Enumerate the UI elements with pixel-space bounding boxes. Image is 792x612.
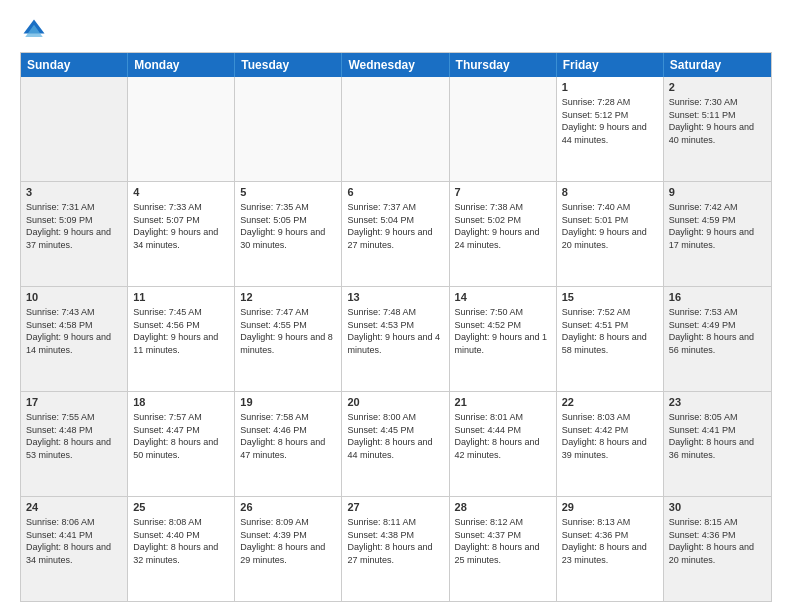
cal-cell-r2-c4: 14Sunrise: 7:50 AM Sunset: 4:52 PM Dayli…: [450, 287, 557, 391]
cal-cell-r0-c4: [450, 77, 557, 181]
day-number: 11: [133, 290, 229, 305]
day-number: 26: [240, 500, 336, 515]
day-number: 25: [133, 500, 229, 515]
cal-cell-r2-c1: 11Sunrise: 7:45 AM Sunset: 4:56 PM Dayli…: [128, 287, 235, 391]
day-info: Sunrise: 8:09 AM Sunset: 4:39 PM Dayligh…: [240, 517, 325, 565]
cal-cell-r4-c4: 28Sunrise: 8:12 AM Sunset: 4:37 PM Dayli…: [450, 497, 557, 601]
calendar-row-4: 24Sunrise: 8:06 AM Sunset: 4:41 PM Dayli…: [21, 496, 771, 601]
day-info: Sunrise: 7:37 AM Sunset: 5:04 PM Dayligh…: [347, 202, 432, 250]
cal-cell-r1-c0: 3Sunrise: 7:31 AM Sunset: 5:09 PM Daylig…: [21, 182, 128, 286]
day-info: Sunrise: 7:43 AM Sunset: 4:58 PM Dayligh…: [26, 307, 111, 355]
day-number: 8: [562, 185, 658, 200]
cal-cell-r2-c6: 16Sunrise: 7:53 AM Sunset: 4:49 PM Dayli…: [664, 287, 771, 391]
day-number: 4: [133, 185, 229, 200]
day-info: Sunrise: 7:55 AM Sunset: 4:48 PM Dayligh…: [26, 412, 111, 460]
day-number: 27: [347, 500, 443, 515]
day-number: 1: [562, 80, 658, 95]
day-number: 20: [347, 395, 443, 410]
day-info: Sunrise: 7:30 AM Sunset: 5:11 PM Dayligh…: [669, 97, 754, 145]
day-number: 13: [347, 290, 443, 305]
day-info: Sunrise: 8:06 AM Sunset: 4:41 PM Dayligh…: [26, 517, 111, 565]
day-info: Sunrise: 8:05 AM Sunset: 4:41 PM Dayligh…: [669, 412, 754, 460]
day-info: Sunrise: 7:42 AM Sunset: 4:59 PM Dayligh…: [669, 202, 754, 250]
cal-cell-r2-c0: 10Sunrise: 7:43 AM Sunset: 4:58 PM Dayli…: [21, 287, 128, 391]
day-info: Sunrise: 8:08 AM Sunset: 4:40 PM Dayligh…: [133, 517, 218, 565]
day-info: Sunrise: 8:03 AM Sunset: 4:42 PM Dayligh…: [562, 412, 647, 460]
day-number: 6: [347, 185, 443, 200]
cal-cell-r1-c2: 5Sunrise: 7:35 AM Sunset: 5:05 PM Daylig…: [235, 182, 342, 286]
cal-cell-r0-c0: [21, 77, 128, 181]
cal-cell-r3-c0: 17Sunrise: 7:55 AM Sunset: 4:48 PM Dayli…: [21, 392, 128, 496]
day-info: Sunrise: 7:53 AM Sunset: 4:49 PM Dayligh…: [669, 307, 754, 355]
cal-cell-r2-c5: 15Sunrise: 7:52 AM Sunset: 4:51 PM Dayli…: [557, 287, 664, 391]
cal-cell-r0-c1: [128, 77, 235, 181]
day-number: 28: [455, 500, 551, 515]
cal-cell-r1-c5: 8Sunrise: 7:40 AM Sunset: 5:01 PM Daylig…: [557, 182, 664, 286]
header-cell-wednesday: Wednesday: [342, 53, 449, 77]
day-info: Sunrise: 8:12 AM Sunset: 4:37 PM Dayligh…: [455, 517, 540, 565]
header-cell-sunday: Sunday: [21, 53, 128, 77]
calendar-body: 1Sunrise: 7:28 AM Sunset: 5:12 PM Daylig…: [21, 77, 771, 601]
day-number: 30: [669, 500, 766, 515]
day-info: Sunrise: 8:01 AM Sunset: 4:44 PM Dayligh…: [455, 412, 540, 460]
calendar-header: SundayMondayTuesdayWednesdayThursdayFrid…: [21, 53, 771, 77]
day-info: Sunrise: 7:52 AM Sunset: 4:51 PM Dayligh…: [562, 307, 647, 355]
cal-cell-r3-c2: 19Sunrise: 7:58 AM Sunset: 4:46 PM Dayli…: [235, 392, 342, 496]
day-info: Sunrise: 7:57 AM Sunset: 4:47 PM Dayligh…: [133, 412, 218, 460]
day-number: 2: [669, 80, 766, 95]
cal-cell-r1-c4: 7Sunrise: 7:38 AM Sunset: 5:02 PM Daylig…: [450, 182, 557, 286]
cal-cell-r2-c2: 12Sunrise: 7:47 AM Sunset: 4:55 PM Dayli…: [235, 287, 342, 391]
calendar-row-3: 17Sunrise: 7:55 AM Sunset: 4:48 PM Dayli…: [21, 391, 771, 496]
cal-cell-r1-c3: 6Sunrise: 7:37 AM Sunset: 5:04 PM Daylig…: [342, 182, 449, 286]
day-number: 21: [455, 395, 551, 410]
day-info: Sunrise: 7:28 AM Sunset: 5:12 PM Dayligh…: [562, 97, 647, 145]
page: SundayMondayTuesdayWednesdayThursdayFrid…: [0, 0, 792, 612]
day-number: 16: [669, 290, 766, 305]
logo: [20, 16, 52, 44]
day-info: Sunrise: 8:00 AM Sunset: 4:45 PM Dayligh…: [347, 412, 432, 460]
day-number: 24: [26, 500, 122, 515]
day-info: Sunrise: 7:45 AM Sunset: 4:56 PM Dayligh…: [133, 307, 218, 355]
calendar-row-0: 1Sunrise: 7:28 AM Sunset: 5:12 PM Daylig…: [21, 77, 771, 181]
day-info: Sunrise: 7:50 AM Sunset: 4:52 PM Dayligh…: [455, 307, 548, 355]
cal-cell-r4-c1: 25Sunrise: 8:08 AM Sunset: 4:40 PM Dayli…: [128, 497, 235, 601]
day-number: 23: [669, 395, 766, 410]
cal-cell-r4-c2: 26Sunrise: 8:09 AM Sunset: 4:39 PM Dayli…: [235, 497, 342, 601]
day-info: Sunrise: 7:47 AM Sunset: 4:55 PM Dayligh…: [240, 307, 333, 355]
day-number: 18: [133, 395, 229, 410]
day-info: Sunrise: 7:40 AM Sunset: 5:01 PM Dayligh…: [562, 202, 647, 250]
day-number: 22: [562, 395, 658, 410]
day-info: Sunrise: 8:13 AM Sunset: 4:36 PM Dayligh…: [562, 517, 647, 565]
cal-cell-r1-c6: 9Sunrise: 7:42 AM Sunset: 4:59 PM Daylig…: [664, 182, 771, 286]
cal-cell-r0-c3: [342, 77, 449, 181]
header-cell-thursday: Thursday: [450, 53, 557, 77]
logo-icon: [20, 16, 48, 44]
calendar-row-2: 10Sunrise: 7:43 AM Sunset: 4:58 PM Dayli…: [21, 286, 771, 391]
day-info: Sunrise: 7:58 AM Sunset: 4:46 PM Dayligh…: [240, 412, 325, 460]
day-number: 14: [455, 290, 551, 305]
header-cell-monday: Monday: [128, 53, 235, 77]
day-number: 9: [669, 185, 766, 200]
day-info: Sunrise: 7:48 AM Sunset: 4:53 PM Dayligh…: [347, 307, 440, 355]
header-cell-tuesday: Tuesday: [235, 53, 342, 77]
day-number: 17: [26, 395, 122, 410]
day-number: 7: [455, 185, 551, 200]
cal-cell-r3-c1: 18Sunrise: 7:57 AM Sunset: 4:47 PM Dayli…: [128, 392, 235, 496]
day-number: 10: [26, 290, 122, 305]
day-info: Sunrise: 7:38 AM Sunset: 5:02 PM Dayligh…: [455, 202, 540, 250]
cal-cell-r4-c3: 27Sunrise: 8:11 AM Sunset: 4:38 PM Dayli…: [342, 497, 449, 601]
cal-cell-r3-c4: 21Sunrise: 8:01 AM Sunset: 4:44 PM Dayli…: [450, 392, 557, 496]
day-info: Sunrise: 8:11 AM Sunset: 4:38 PM Dayligh…: [347, 517, 432, 565]
day-number: 12: [240, 290, 336, 305]
header: [20, 16, 772, 44]
cal-cell-r3-c5: 22Sunrise: 8:03 AM Sunset: 4:42 PM Dayli…: [557, 392, 664, 496]
day-info: Sunrise: 8:15 AM Sunset: 4:36 PM Dayligh…: [669, 517, 754, 565]
cal-cell-r0-c6: 2Sunrise: 7:30 AM Sunset: 5:11 PM Daylig…: [664, 77, 771, 181]
cal-cell-r1-c1: 4Sunrise: 7:33 AM Sunset: 5:07 PM Daylig…: [128, 182, 235, 286]
day-number: 3: [26, 185, 122, 200]
day-info: Sunrise: 7:31 AM Sunset: 5:09 PM Dayligh…: [26, 202, 111, 250]
cal-cell-r4-c0: 24Sunrise: 8:06 AM Sunset: 4:41 PM Dayli…: [21, 497, 128, 601]
cal-cell-r2-c3: 13Sunrise: 7:48 AM Sunset: 4:53 PM Dayli…: [342, 287, 449, 391]
calendar: SundayMondayTuesdayWednesdayThursdayFrid…: [20, 52, 772, 602]
day-number: 15: [562, 290, 658, 305]
